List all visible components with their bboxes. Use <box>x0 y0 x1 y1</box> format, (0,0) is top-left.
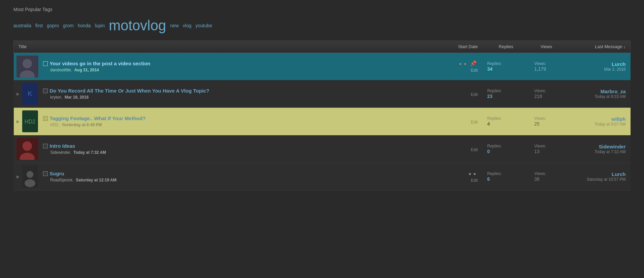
tags-title: Most Popular Tags <box>13 7 631 12</box>
th-last-message: Last Message ↓ <box>563 41 631 53</box>
svg-text:HD2: HD2 <box>25 119 35 125</box>
views-cell-5: Views: 38 <box>530 163 563 190</box>
views-label-1: Views: <box>534 61 559 66</box>
edit-button-1[interactable]: Edit <box>447 68 478 73</box>
th-replies: Replies <box>483 41 530 53</box>
thread-checkbox-2[interactable] <box>43 89 48 93</box>
th-title: Title <box>14 41 442 53</box>
replies-count-1: 34 <box>487 66 493 72</box>
last-msg-user-3[interactable]: willph <box>568 116 626 122</box>
replies-label-5: Replies: <box>487 171 525 176</box>
tag-first[interactable]: first <box>35 23 43 28</box>
table-row: Intro Ideas Sidewinder, Today at 7:32 AM… <box>14 135 631 163</box>
tag-grom[interactable]: grom <box>63 23 74 28</box>
expand-arrow-3[interactable]: ▶ <box>16 119 21 124</box>
replies-count-2: 23 <box>487 94 493 99</box>
svg-point-11 <box>27 171 33 178</box>
tag-gopro[interactable]: gopro <box>47 23 59 28</box>
thread-meta-4: Sidewinder, Today at 7:32 AM <box>43 150 438 155</box>
replies-cell-3: Replies: 4 <box>483 108 530 135</box>
avatar <box>22 166 38 187</box>
tag-new[interactable]: new <box>170 23 179 28</box>
title-cell-5: Sugru RoadSprock, Saturday at 12:19 AM <box>41 163 442 190</box>
thread-username-1: dandoolittle <box>50 68 71 72</box>
avatar-cell-2: ▶ K <box>14 80 41 107</box>
thread-username-2: kryten <box>50 95 62 100</box>
edit-button-5[interactable]: Edit <box>447 178 478 183</box>
thread-title-3[interactable]: Tagging Footage.. What If Your Method? <box>50 115 146 121</box>
views-cell-3: Views: 25 <box>530 108 563 135</box>
tags-list: australia first gopro grom honda lupin m… <box>13 18 631 34</box>
thread-date-5: Saturday at 12:19 AM <box>76 178 117 182</box>
forum-table: Title Start Date Replies Views Last Mess… <box>13 40 631 190</box>
last-msg-user-1[interactable]: Lurch <box>568 61 626 67</box>
title-cell-3: Tagging Footage.. What If Your Method? H… <box>41 108 442 135</box>
avatar: K <box>22 83 38 105</box>
thread-checkbox-4[interactable] <box>43 144 48 148</box>
tags-section: Most Popular Tags australia first gopro … <box>13 7 631 34</box>
thread-meta-1: dandoolittle, Aug 31, 2014 <box>43 68 438 72</box>
replies-count-3: 4 <box>487 121 490 127</box>
thread-checkbox-3[interactable] <box>43 116 48 121</box>
last-msg-user-2[interactable]: Marbro_za <box>568 89 626 94</box>
views-label-4: Views: <box>534 144 559 148</box>
last-msg-cell-4: Sidewinder Today at 7:32 AM <box>563 135 631 163</box>
thread-checkbox-5[interactable] <box>43 171 48 176</box>
th-start-date: Start Date <box>442 41 483 53</box>
avatar-cell-3: ▶ HD2 <box>14 108 41 135</box>
svg-text:K: K <box>28 90 32 97</box>
table-row: ▶ HD2 Tagging Footage.. What If Your Met… <box>14 108 631 135</box>
thread-username-4: Sidewinder <box>50 150 70 155</box>
views-cell-4: Views: 13 <box>530 135 563 163</box>
thread-meta-3: HD2, Yesterday at 6:49 PM <box>43 123 438 127</box>
thread-date-4: Today at 7:32 AM <box>73 150 106 155</box>
avatar-cell-5: ▶ <box>14 163 41 190</box>
last-msg-user-4[interactable]: Sidewinder <box>568 144 626 149</box>
dots-icon-1[interactable]: ● ● <box>459 61 467 66</box>
last-msg-cell-1: Lurch Mar 2, 2016 <box>563 53 631 80</box>
thread-checkbox-1[interactable] <box>43 61 48 66</box>
replies-label-3: Replies: <box>487 116 525 121</box>
edit-button-2[interactable]: Edit <box>447 92 478 97</box>
last-msg-user-5[interactable]: Lurch <box>568 171 626 177</box>
expand-arrow-5[interactable]: ▶ <box>16 174 21 179</box>
views-count-4: 13 <box>534 149 540 154</box>
avatar-cell-4 <box>14 135 41 163</box>
table-row: Your videos go in the post a video secti… <box>14 53 631 80</box>
title-cell-4: Intro Ideas Sidewinder, Today at 7:32 AM <box>41 135 442 163</box>
replies-label-2: Replies: <box>487 89 525 93</box>
title-cell-2: Do You Record All The Time Or Just When … <box>41 80 442 108</box>
tag-australia[interactable]: australia <box>13 23 31 28</box>
tag-honda[interactable]: honda <box>78 23 91 28</box>
last-msg-cell-3: willph Today at 9:07 AM <box>563 108 631 135</box>
thread-date-3: Yesterday at 6:49 PM <box>62 123 102 127</box>
thread-username-3: HD2 <box>50 123 58 127</box>
th-views: Views <box>530 41 563 53</box>
svg-point-1 <box>23 59 32 68</box>
thread-title-2[interactable]: Do You Record All The Time Or Just When … <box>50 88 209 94</box>
expand-arrow-2[interactable]: ▶ <box>16 92 21 96</box>
views-cell-1: Views: 1,179 <box>530 53 563 80</box>
actions-cell-2: Edit <box>442 80 483 108</box>
dots-icon-5[interactable]: ● ● <box>469 171 477 176</box>
thread-title-4[interactable]: Intro Ideas <box>50 143 75 149</box>
edit-button-4[interactable]: Edit <box>447 147 478 152</box>
table-row: ▶ K Do You Record All The Time Or Just W… <box>14 80 631 108</box>
views-label-3: Views: <box>534 116 559 121</box>
views-label-2: Views: <box>534 89 559 93</box>
views-count-3: 25 <box>534 121 540 127</box>
tag-motovlog[interactable]: motovlog <box>109 18 166 34</box>
last-msg-date-1: Mar 2, 2016 <box>568 67 626 72</box>
replies-cell-4: Replies: 0 <box>483 135 530 163</box>
page-wrapper: Most Popular Tags australia first gopro … <box>0 0 644 197</box>
table-row: ▶ Sugru RoadSprock, <box>14 163 631 190</box>
last-msg-date-5: Saturday at 10:57 PM <box>568 177 626 182</box>
tag-youtube[interactable]: youtube <box>196 23 212 28</box>
replies-cell-1: Replies: 34 <box>483 53 530 80</box>
tag-vlog[interactable]: vlog <box>183 23 192 28</box>
views-count-5: 38 <box>534 176 540 182</box>
thread-title-1[interactable]: Your videos go in the post a video secti… <box>50 61 151 66</box>
tag-lupin[interactable]: lupin <box>95 23 105 28</box>
edit-button-3[interactable]: Edit <box>447 120 478 125</box>
thread-title-5[interactable]: Sugru <box>50 171 64 176</box>
